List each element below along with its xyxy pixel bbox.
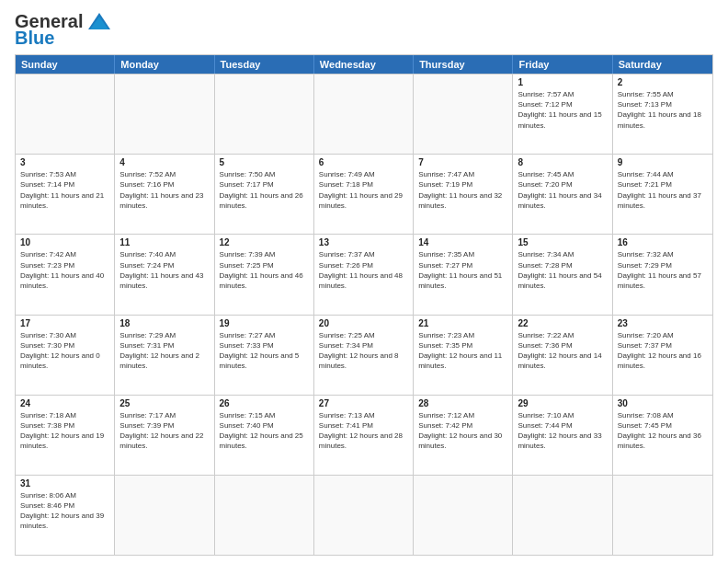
day-info: Sunrise: 7:25 AM Sunset: 7:34 PM Dayligh…: [319, 330, 408, 372]
day-number: 9: [618, 157, 708, 167]
day-info: Sunrise: 7:35 AM Sunset: 7:27 PM Dayligh…: [418, 249, 507, 291]
day-info: Sunrise: 7:39 AM Sunset: 7:25 PM Dayligh…: [220, 249, 309, 291]
day-info: Sunrise: 7:23 AM Sunset: 7:35 PM Dayligh…: [418, 330, 507, 372]
day-number: 17: [20, 318, 109, 328]
calendar-cell: 1Sunrise: 7:57 AM Sunset: 7:12 PM Daylig…: [513, 75, 612, 154]
header: General Blue: [15, 11, 713, 49]
calendar-week-4: 24Sunrise: 7:18 AM Sunset: 7:38 PM Dayli…: [16, 395, 712, 475]
day-info: Sunrise: 7:08 AM Sunset: 7:45 PM Dayligh…: [618, 410, 708, 452]
calendar-cell: [115, 476, 214, 555]
page: General Blue SundayMondayTuesdayWednesda…: [0, 0, 728, 563]
calendar-cell: [115, 75, 214, 154]
calendar-cell: 31Sunrise: 8:06 AM Sunset: 8:46 PM Dayli…: [16, 476, 115, 555]
day-info: Sunrise: 7:40 AM Sunset: 7:24 PM Dayligh…: [119, 249, 209, 291]
day-info: Sunrise: 7:55 AM Sunset: 7:13 PM Dayligh…: [618, 89, 708, 131]
day-info: Sunrise: 7:12 AM Sunset: 7:42 PM Dayligh…: [418, 410, 507, 452]
day-number: 7: [418, 157, 507, 167]
calendar-cell: [314, 75, 414, 154]
calendar-cell: 2Sunrise: 7:55 AM Sunset: 7:13 PM Daylig…: [613, 75, 712, 154]
calendar-cell: [414, 75, 513, 154]
day-info: Sunrise: 7:50 AM Sunset: 7:17 PM Dayligh…: [220, 169, 309, 211]
calendar-cell: 15Sunrise: 7:34 AM Sunset: 7:28 PM Dayli…: [513, 235, 612, 314]
day-info: Sunrise: 7:32 AM Sunset: 7:29 PM Dayligh…: [618, 249, 708, 291]
day-info: Sunrise: 7:49 AM Sunset: 7:18 PM Dayligh…: [319, 169, 408, 211]
calendar-cell: 9Sunrise: 7:44 AM Sunset: 7:21 PM Daylig…: [613, 155, 712, 234]
header-day-tuesday: Tuesday: [215, 55, 314, 74]
day-number: 1: [518, 77, 607, 87]
day-number: 15: [518, 237, 607, 247]
day-number: 12: [220, 237, 309, 247]
day-number: 23: [618, 318, 708, 328]
calendar-cell: [215, 476, 314, 555]
day-number: 10: [20, 237, 109, 247]
calendar-cell: 24Sunrise: 7:18 AM Sunset: 7:38 PM Dayli…: [16, 396, 115, 475]
day-number: 3: [20, 157, 109, 167]
day-info: Sunrise: 7:20 AM Sunset: 7:37 PM Dayligh…: [618, 330, 708, 372]
day-number: 5: [220, 157, 309, 167]
day-number: 21: [418, 318, 507, 328]
calendar-cell: 19Sunrise: 7:27 AM Sunset: 7:33 PM Dayli…: [215, 316, 314, 395]
calendar-cell: [613, 476, 712, 555]
day-number: 24: [20, 398, 109, 408]
day-info: Sunrise: 8:06 AM Sunset: 8:46 PM Dayligh…: [20, 490, 109, 532]
day-info: Sunrise: 7:29 AM Sunset: 7:31 PM Dayligh…: [119, 330, 209, 372]
header-day-friday: Friday: [513, 55, 612, 74]
calendar-cell: 16Sunrise: 7:32 AM Sunset: 7:29 PM Dayli…: [613, 235, 712, 314]
calendar: SundayMondayTuesdayWednesdayThursdayFrid…: [15, 54, 713, 556]
day-number: 25: [119, 398, 209, 408]
day-info: Sunrise: 7:45 AM Sunset: 7:20 PM Dayligh…: [518, 169, 607, 211]
calendar-cell: [414, 476, 513, 555]
day-number: 19: [220, 318, 309, 328]
calendar-cell: 23Sunrise: 7:20 AM Sunset: 7:37 PM Dayli…: [613, 316, 712, 395]
calendar-cell: 3Sunrise: 7:53 AM Sunset: 7:14 PM Daylig…: [16, 155, 115, 234]
day-number: 26: [220, 398, 309, 408]
day-info: Sunrise: 7:30 AM Sunset: 7:30 PM Dayligh…: [20, 330, 109, 372]
calendar-cell: 20Sunrise: 7:25 AM Sunset: 7:34 PM Dayli…: [314, 316, 414, 395]
calendar-cell: 6Sunrise: 7:49 AM Sunset: 7:18 PM Daylig…: [314, 155, 414, 234]
calendar-cell: 26Sunrise: 7:15 AM Sunset: 7:40 PM Dayli…: [215, 396, 314, 475]
calendar-cell: 22Sunrise: 7:22 AM Sunset: 7:36 PM Dayli…: [513, 316, 612, 395]
day-info: Sunrise: 7:17 AM Sunset: 7:39 PM Dayligh…: [119, 410, 209, 452]
day-info: Sunrise: 7:57 AM Sunset: 7:12 PM Dayligh…: [518, 89, 607, 131]
calendar-week-1: 3Sunrise: 7:53 AM Sunset: 7:14 PM Daylig…: [16, 154, 712, 234]
calendar-cell: 30Sunrise: 7:08 AM Sunset: 7:45 PM Dayli…: [613, 396, 712, 475]
calendar-cell: 18Sunrise: 7:29 AM Sunset: 7:31 PM Dayli…: [115, 316, 214, 395]
day-number: 31: [20, 478, 109, 488]
day-info: Sunrise: 7:37 AM Sunset: 7:26 PM Dayligh…: [319, 249, 408, 291]
day-info: Sunrise: 7:13 AM Sunset: 7:41 PM Dayligh…: [319, 410, 408, 452]
calendar-cell: 4Sunrise: 7:52 AM Sunset: 7:16 PM Daylig…: [115, 155, 214, 234]
calendar-cell: 25Sunrise: 7:17 AM Sunset: 7:39 PM Dayli…: [115, 396, 214, 475]
calendar-cell: 29Sunrise: 7:10 AM Sunset: 7:44 PM Dayli…: [513, 396, 612, 475]
calendar-cell: 8Sunrise: 7:45 AM Sunset: 7:20 PM Daylig…: [513, 155, 612, 234]
calendar-header-row: SundayMondayTuesdayWednesdayThursdayFrid…: [16, 55, 712, 74]
day-number: 22: [518, 318, 607, 328]
calendar-cell: [513, 476, 612, 555]
day-info: Sunrise: 7:15 AM Sunset: 7:40 PM Dayligh…: [220, 410, 309, 452]
calendar-week-2: 10Sunrise: 7:42 AM Sunset: 7:23 PM Dayli…: [16, 234, 712, 314]
day-number: 6: [319, 157, 408, 167]
day-number: 8: [518, 157, 607, 167]
day-number: 11: [119, 237, 209, 247]
calendar-cell: 7Sunrise: 7:47 AM Sunset: 7:19 PM Daylig…: [414, 155, 513, 234]
day-info: Sunrise: 7:52 AM Sunset: 7:16 PM Dayligh…: [119, 169, 209, 211]
calendar-body: 1Sunrise: 7:57 AM Sunset: 7:12 PM Daylig…: [16, 74, 712, 555]
day-number: 27: [319, 398, 408, 408]
day-number: 14: [418, 237, 507, 247]
header-day-saturday: Saturday: [613, 55, 712, 74]
logo-subtext: Blue: [15, 28, 54, 49]
calendar-cell: 5Sunrise: 7:50 AM Sunset: 7:17 PM Daylig…: [215, 155, 314, 234]
day-info: Sunrise: 7:34 AM Sunset: 7:28 PM Dayligh…: [518, 249, 607, 291]
day-number: 28: [418, 398, 507, 408]
calendar-cell: [215, 75, 314, 154]
header-day-sunday: Sunday: [16, 55, 115, 74]
calendar-cell: 28Sunrise: 7:12 AM Sunset: 7:42 PM Dayli…: [414, 396, 513, 475]
calendar-cell: 10Sunrise: 7:42 AM Sunset: 7:23 PM Dayli…: [16, 235, 115, 314]
day-number: 29: [518, 398, 607, 408]
day-info: Sunrise: 7:47 AM Sunset: 7:19 PM Dayligh…: [418, 169, 507, 211]
calendar-cell: 17Sunrise: 7:30 AM Sunset: 7:30 PM Dayli…: [16, 316, 115, 395]
day-info: Sunrise: 7:22 AM Sunset: 7:36 PM Dayligh…: [518, 330, 607, 372]
calendar-cell: 13Sunrise: 7:37 AM Sunset: 7:26 PM Dayli…: [314, 235, 414, 314]
logo: General Blue: [15, 11, 112, 49]
header-day-monday: Monday: [115, 55, 214, 74]
day-info: Sunrise: 7:44 AM Sunset: 7:21 PM Dayligh…: [618, 169, 708, 211]
